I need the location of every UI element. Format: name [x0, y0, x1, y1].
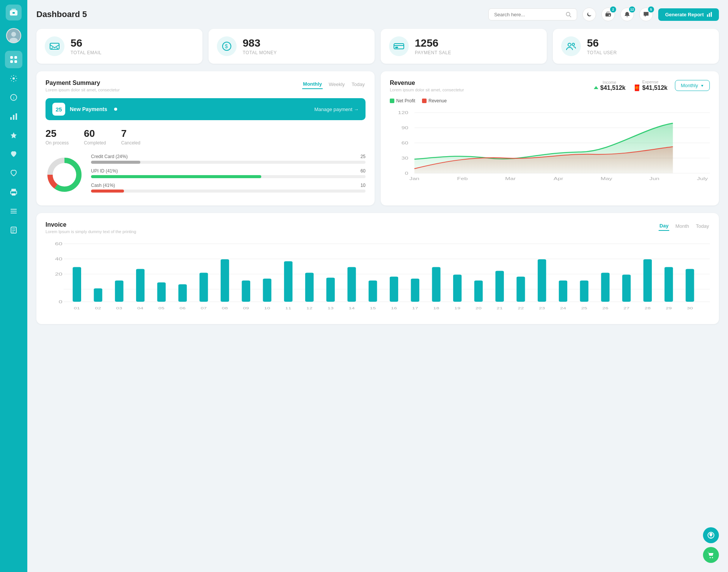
- on-process-stat: 25 On process: [46, 128, 69, 146]
- svg-rect-90: [369, 281, 377, 302]
- svg-text:09: 09: [243, 306, 249, 310]
- svg-text:05: 05: [158, 306, 165, 310]
- svg-rect-98: [538, 259, 546, 302]
- svg-rect-39: [394, 44, 404, 49]
- bar-credit-fill: [91, 161, 140, 164]
- svg-text:0: 0: [59, 299, 63, 304]
- canceled-stat: 7 Canceled: [121, 128, 140, 146]
- svg-text:July: July: [697, 177, 708, 181]
- invoice-tab-today[interactable]: Today: [695, 222, 710, 230]
- bar-cash-label: Cash (41%) 10: [91, 183, 366, 188]
- support-float-btn[interactable]: [703, 527, 719, 543]
- svg-text:21: 21: [497, 306, 503, 310]
- sidebar-item-list[interactable]: [5, 202, 22, 220]
- message-btn[interactable]: 5: [639, 8, 653, 21]
- invoice-tab-day[interactable]: Day: [659, 221, 669, 231]
- stat-user-label: TOTAL USER: [587, 50, 617, 55]
- tab-weekly[interactable]: Weekly: [328, 80, 345, 89]
- svg-rect-99: [559, 281, 567, 302]
- svg-text:22: 22: [518, 306, 524, 310]
- canceled-label: Canceled: [121, 140, 140, 146]
- revenue-title: Revenue: [390, 80, 464, 86]
- dark-mode-toggle[interactable]: [582, 8, 596, 21]
- svg-rect-95: [474, 281, 483, 302]
- completed-num: 60: [84, 128, 106, 139]
- invoice-tab-month[interactable]: Month: [675, 222, 690, 230]
- stat-user-info: 56 TOTAL USER: [587, 37, 617, 55]
- sidebar-item-doc[interactable]: [5, 221, 22, 239]
- on-process-num: 25: [46, 128, 69, 139]
- cart-float-btn[interactable]: [703, 547, 719, 563]
- user-icon: [561, 36, 581, 56]
- svg-rect-96: [496, 271, 504, 302]
- svg-text:26: 26: [602, 306, 608, 310]
- svg-rect-13: [10, 117, 12, 120]
- bar-list: Credit Card (24%) 25 UPI ID (41%) 60: [91, 154, 366, 197]
- svg-text:08: 08: [222, 306, 228, 310]
- sidebar-item-star[interactable]: [5, 127, 22, 144]
- legend-net-profit: Net Profit: [390, 98, 415, 103]
- svg-text:120: 120: [398, 111, 408, 115]
- svg-rect-94: [453, 275, 461, 302]
- manage-payment-link[interactable]: Manage payment →: [314, 107, 359, 112]
- new-payment-dot: [114, 108, 117, 111]
- payment-header: Payment Summary Lorem ipsum dolor sit am…: [46, 80, 366, 92]
- svg-rect-93: [432, 267, 440, 302]
- svg-rect-22: [11, 213, 17, 213]
- revenue-monthly-btn[interactable]: Monthly: [675, 80, 710, 91]
- sidebar-item-analytics[interactable]: [5, 108, 22, 125]
- invoice-header-left: Invoice Lorem Ipsum is simply dummy text…: [46, 221, 136, 234]
- bar-upi-fill: [91, 175, 261, 178]
- svg-rect-105: [686, 269, 694, 302]
- invoice-header: Invoice Lorem Ipsum is simply dummy text…: [46, 221, 710, 234]
- svg-rect-77: [94, 288, 102, 302]
- payment-summary-panel: Payment Summary Lorem ipsum dolor sit am…: [36, 71, 375, 205]
- chart-icon: [707, 12, 712, 17]
- svg-rect-30: [609, 15, 610, 16]
- svg-text:60: 60: [402, 141, 408, 145]
- search-box[interactable]: [488, 8, 577, 20]
- svg-rect-104: [665, 267, 673, 302]
- svg-rect-83: [221, 259, 229, 302]
- header: Dashboard 5 2 12: [36, 8, 719, 21]
- svg-marker-16: [11, 132, 17, 138]
- tab-today[interactable]: Today: [351, 80, 366, 89]
- tab-monthly[interactable]: Monthly: [302, 80, 323, 89]
- avatar[interactable]: [6, 28, 21, 43]
- sidebar-item-settings[interactable]: [5, 70, 22, 87]
- svg-rect-26: [12, 232, 14, 232]
- svg-point-10: [13, 77, 15, 80]
- stat-card-payment: 1256 PAYMENT SALE: [381, 29, 547, 64]
- svg-rect-101: [601, 273, 609, 302]
- income-arrow-icon: [593, 85, 599, 91]
- revenue-chart: 120 90 60 30 0: [390, 109, 710, 185]
- bar-cash-track: [91, 190, 366, 193]
- svg-rect-78: [115, 281, 123, 302]
- invoice-tabs: Day Month Today: [659, 221, 710, 231]
- svg-rect-41: [395, 47, 398, 48]
- svg-text:Jun: Jun: [650, 177, 659, 181]
- svg-rect-91: [390, 277, 398, 302]
- sidebar-item-dashboard[interactable]: [5, 51, 22, 68]
- payment-sub: Lorem ipsum dolor sit amet, consectetur: [46, 88, 120, 92]
- notification-btn[interactable]: 12: [620, 8, 634, 21]
- message-badge: 5: [648, 6, 654, 13]
- wallet-btn[interactable]: 2: [601, 8, 615, 21]
- revenue-header: Revenue Lorem ipsum dolor sit amet, cons…: [390, 80, 710, 92]
- sidebar-logo[interactable]: [6, 5, 22, 20]
- svg-text:i: i: [13, 96, 14, 100]
- svg-text:11: 11: [285, 306, 291, 310]
- sidebar-item-info[interactable]: i: [5, 89, 22, 106]
- sidebar-item-heart2[interactable]: [5, 165, 22, 182]
- svg-rect-21: [11, 211, 17, 212]
- cart-icon: [707, 551, 715, 559]
- sidebar-item-print[interactable]: [5, 183, 22, 201]
- sidebar-item-favorites[interactable]: [5, 146, 22, 163]
- svg-rect-76: [73, 267, 81, 302]
- donut-chart: [46, 156, 83, 195]
- generate-report-button[interactable]: Generate Report: [658, 8, 719, 21]
- svg-rect-33: [711, 12, 712, 17]
- svg-text:60: 60: [55, 241, 62, 246]
- search-input[interactable]: [494, 12, 562, 17]
- new-payment-left: 25 New Payments: [52, 103, 117, 116]
